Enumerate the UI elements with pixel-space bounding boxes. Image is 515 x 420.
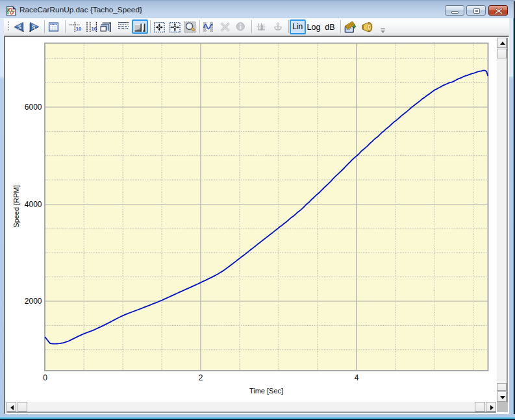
svg-text:0: 0 <box>43 373 47 382</box>
svg-text:Time [Sec]: Time [Sec] <box>249 387 283 395</box>
svg-text:4: 4 <box>355 373 359 382</box>
svg-text:10: 10 <box>76 26 81 32</box>
svg-text:6000: 6000 <box>25 103 42 112</box>
svg-text:Speed [RPM]: Speed [RPM] <box>12 185 20 227</box>
svg-text:2000: 2000 <box>25 297 42 306</box>
svg-text:4000: 4000 <box>25 200 42 209</box>
svg-text:S: S <box>31 24 34 31</box>
svg-text:10: 10 <box>91 26 96 32</box>
svg-text:S: S <box>18 24 21 31</box>
svg-text:2: 2 <box>199 373 203 382</box>
